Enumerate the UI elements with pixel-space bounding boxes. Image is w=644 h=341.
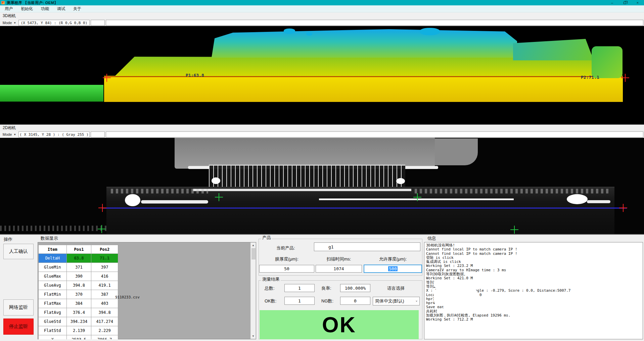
- log-line: Cannot find local IP to match camera IP …: [424, 252, 643, 256]
- heightmap-cyan-blob: [420, 28, 440, 35]
- minimize-button[interactable]: –: [606, 0, 618, 5]
- measure-marker-p2-icon: [621, 74, 629, 82]
- camera2d-toolbar-box-long: [106, 131, 643, 137]
- language-select-label: 语言选择: [387, 285, 405, 291]
- restore-icon: [624, 2, 626, 4]
- base-fixture: [106, 187, 614, 235]
- camera2d-toolbar-box-empty: [91, 131, 105, 137]
- glue-blob: [567, 194, 588, 204]
- heightmap-yellow-slab: [104, 76, 623, 102]
- scroll-up-icon[interactable]: ▲: [252, 243, 255, 248]
- table-row[interactable]: GlueMax390416: [39, 272, 118, 281]
- table-row[interactable]: FlatMax384403: [39, 299, 118, 308]
- scrollbar-thumb[interactable]: [251, 248, 256, 260]
- locate-marker-icon: [413, 193, 421, 201]
- yield-value-box: 100.000%: [340, 284, 370, 292]
- camera2d-label-row: 2D相机: [0, 125, 644, 131]
- connector-bottom-band: [193, 189, 411, 191]
- camera3d-viewport[interactable]: P1:63.8 P2:71.1: [0, 26, 644, 125]
- table-row[interactable]: FlatStd2.1392.229: [39, 326, 118, 335]
- measure-guide-line: [102, 208, 627, 209]
- data-display-scrollbar[interactable]: ▲ ▼: [250, 242, 256, 339]
- heightmap-right-green: [513, 39, 594, 60]
- yield-label: 良率:: [321, 285, 331, 291]
- pcb-board-extension: [435, 138, 478, 165]
- menu-bar: 用户初始化功能调试关于: [0, 5, 644, 12]
- camera2d-mode-dropdown[interactable]: Mode ▼: [1, 131, 18, 137]
- log-line: Working Set : 712.2 M: [424, 318, 643, 322]
- total-value-box: 1: [284, 284, 315, 292]
- restore-button[interactable]: [618, 0, 631, 5]
- title-bar: 测厚程序 【当前用户: OEM】 – ×: [0, 0, 644, 5]
- p1-annotation: P1:63.8: [186, 73, 204, 78]
- log-line: Working Set : 223.2 M: [424, 264, 643, 268]
- operation-group-label: 操作: [3, 236, 13, 242]
- info-group-label: 信息: [426, 235, 437, 241]
- camera2d-viewport[interactable]: [0, 138, 644, 235]
- language-dropdown[interactable]: 简体中文(默认) ˅: [373, 297, 420, 305]
- menu-item[interactable]: 用户: [1, 5, 16, 12]
- menu-item[interactable]: 调试: [54, 5, 68, 12]
- close-button[interactable]: ×: [631, 0, 644, 5]
- bottom-panel: 操作 人工确认 网络监听 停止监听 数据显示 Item Pos1 Pos2 De…: [0, 235, 644, 341]
- camera3d-mode-dropdown[interactable]: Mode ▼: [1, 20, 18, 26]
- heightmap-right-tab: [592, 46, 623, 78]
- locate-marker-icon: [510, 226, 518, 234]
- p2-annotation: P2:71.1: [581, 75, 599, 80]
- pcb-board: [175, 138, 435, 169]
- table-row[interactable]: DeltaH 63.8 71.1: [39, 254, 118, 263]
- app-icon: [1, 1, 5, 4]
- menu-item[interactable]: 功能: [38, 5, 52, 12]
- allowed-thickness-label: 允许厚度(μm):: [364, 256, 422, 262]
- product-group-label: 产品: [261, 235, 272, 241]
- selected-text: 500: [388, 266, 397, 271]
- table-row[interactable]: GlueMin371397: [39, 263, 118, 272]
- measurement-table[interactable]: Item Pos1 Pos2 DeltaH 63.8 71.1 GlueMin3…: [38, 245, 118, 339]
- total-label: 总数:: [265, 285, 275, 291]
- camera3d-toolbar: Mode ▼ (X 5473, Y 84) : (R 0,G 0,B 0): [0, 19, 644, 26]
- result-status-banner: OK: [260, 310, 419, 339]
- glue-streak: [587, 200, 610, 203]
- film-thickness-input[interactable]: 50: [259, 265, 314, 273]
- pad-row-left: [111, 189, 208, 193]
- redaction-blob: [315, 243, 327, 250]
- camera3d-toolbar-box-empty: [91, 20, 105, 26]
- glue-highlight: [396, 178, 405, 184]
- network-listen-button[interactable]: 网络监听: [3, 299, 34, 316]
- table-row[interactable]: X2503.57066.7: [39, 335, 118, 340]
- locate-marker-icon: [98, 225, 106, 233]
- camera3d-toolbar-box-long: [106, 20, 643, 26]
- heightmap-cyan-blob: [306, 32, 312, 36]
- stop-listen-button[interactable]: 停止监听: [3, 319, 34, 335]
- heightmap-cyan-blob: [284, 29, 295, 34]
- scan-time-input[interactable]: 1074: [316, 265, 362, 273]
- measure-marker-left-icon: [98, 204, 106, 212]
- heightmap-left-strip: [0, 85, 103, 102]
- chevron-down-icon: ▼: [13, 21, 16, 24]
- current-product-input[interactable]: g1: [314, 242, 420, 251]
- redaction-blob: [434, 279, 467, 288]
- allowed-thickness-input[interactable]: 500: [364, 265, 422, 273]
- manual-confirm-button[interactable]: 人工确认: [3, 244, 34, 259]
- menu-item[interactable]: 初始化: [17, 5, 36, 12]
- camera2d-pixel-readout: ( X 3145, Y 28 ) : ( Gray 255 ): [18, 131, 90, 137]
- table-row[interactable]: FlatAvg376.4394.8: [39, 308, 118, 317]
- current-product-label: 当前产品:: [276, 245, 295, 251]
- data-display-group-label: 数据显示: [40, 235, 59, 241]
- glue-highlight: [212, 177, 220, 184]
- ng-count-label: NG数:: [321, 298, 333, 304]
- chevron-down-icon: ˅: [416, 300, 417, 303]
- scroll-down-icon[interactable]: ▼: [252, 334, 255, 339]
- table-row[interactable]: GlueAvg394.8419.1: [39, 281, 118, 290]
- floor-texture: [0, 226, 106, 231]
- camera3d-label: 3D相机: [3, 13, 16, 19]
- table-row[interactable]: GlueStd394.234417.274: [39, 317, 118, 326]
- log-line: Cannot find local IP to match camera IP …: [424, 247, 643, 251]
- chevron-down-icon: ▼: [13, 133, 16, 136]
- menu-item[interactable]: 关于: [70, 5, 85, 12]
- table-row[interactable]: FlatMin370387: [39, 290, 118, 299]
- locate-marker-icon: [215, 193, 223, 201]
- ok-count-box: 1: [284, 297, 315, 305]
- film-thickness-label: 膜厚度(μm):: [259, 256, 314, 262]
- measure-marker-p1-icon: [103, 74, 111, 82]
